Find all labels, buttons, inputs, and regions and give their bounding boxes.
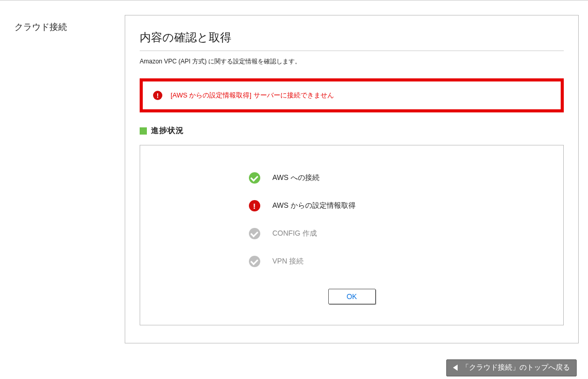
page-title: 内容の確認と取得 xyxy=(140,30,564,51)
square-marker-icon xyxy=(140,127,147,135)
step-vpn-connect: VPN 接続 xyxy=(249,248,455,275)
main-panel: 内容の確認と取得 Amazon VPC (API 方式) に関する設定情報を確認… xyxy=(125,15,579,343)
alert-text: [AWS からの設定情報取得] サーバーに接続できません xyxy=(171,91,334,100)
ok-button[interactable]: OK xyxy=(328,289,376,304)
step-label: AWS からの設定情報取得 xyxy=(273,201,356,210)
alert-icon xyxy=(153,91,162,100)
step-aws-connect: AWS への接続 xyxy=(249,164,455,192)
page-subtitle: Amazon VPC (API 方式) に関する設定情報を確認します。 xyxy=(140,57,564,66)
step-aws-config-fetch: AWS からの設定情報取得 xyxy=(249,192,455,220)
back-to-top-button[interactable]: 「クラウド接続」のトップへ戻る xyxy=(446,359,577,376)
progress-heading: 進捗状況 xyxy=(140,126,564,136)
pending-check-icon xyxy=(249,228,260,239)
step-label: CONFIG 作成 xyxy=(273,229,317,238)
step-list: AWS への接続 AWS からの設定情報取得 CONFIG 作成 VPN 接続 xyxy=(249,164,455,275)
progress-box: AWS への接続 AWS からの設定情報取得 CONFIG 作成 VPN 接続 … xyxy=(140,145,564,325)
side-title: クラウド接続 xyxy=(14,15,112,343)
back-to-top-label: 「クラウド接続」のトップへ戻る xyxy=(462,363,570,372)
progress-heading-label: 進捗状況 xyxy=(151,126,184,136)
step-label: VPN 接続 xyxy=(273,257,304,266)
error-icon xyxy=(249,200,260,211)
pending-check-icon xyxy=(249,256,260,267)
step-config-create: CONFIG 作成 xyxy=(249,220,455,248)
check-icon xyxy=(249,172,260,184)
step-label: AWS への接続 xyxy=(273,173,320,183)
error-alert: [AWS からの設定情報取得] サーバーに接続できません xyxy=(140,78,564,112)
triangle-left-icon xyxy=(453,365,458,371)
